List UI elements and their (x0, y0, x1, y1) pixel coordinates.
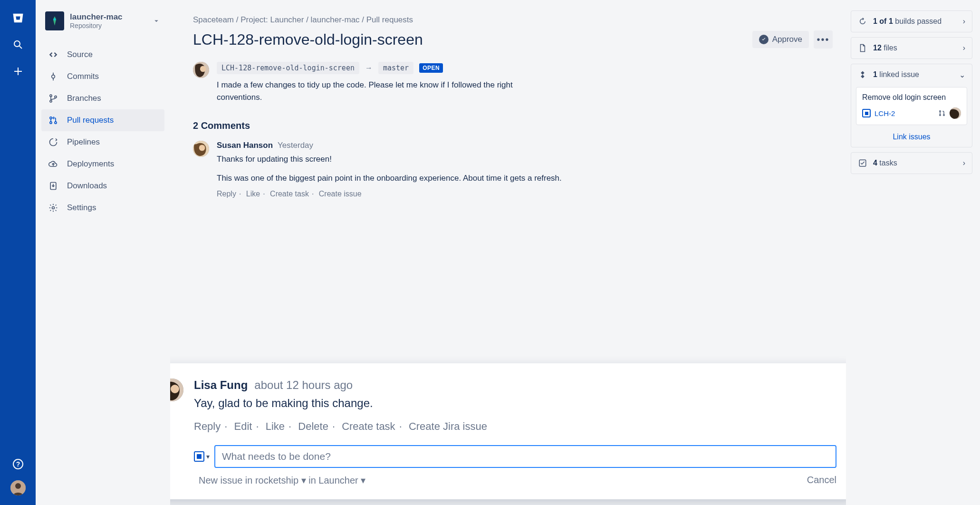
breadcrumb-item[interactable]: launcher-mac (311, 15, 360, 24)
sidebar-item-label: Pipelines (67, 137, 100, 147)
story-icon (194, 451, 204, 462)
create-jira-action[interactable]: Create Jira issue (409, 420, 487, 432)
help-icon[interactable]: ? (11, 457, 25, 471)
sidebar-item-pull-requests[interactable]: Pull requests (41, 109, 164, 131)
popup-actions: Reply· Edit· Like· Delete· Create task· … (194, 420, 836, 433)
popup-author[interactable]: Lisa Fung (194, 379, 248, 392)
more-button[interactable]: ••• (814, 30, 833, 49)
svg-point-27 (943, 115, 945, 116)
chevron-down-icon[interactable] (152, 17, 161, 25)
svg-point-11 (50, 95, 52, 97)
svg-point-0 (14, 41, 20, 47)
source-branch[interactable]: LCH-128-remove-old-login-screen (217, 62, 359, 74)
svg-point-24 (171, 385, 179, 393)
pipeline-icon (48, 137, 58, 147)
sidebar-item-label: Settings (67, 203, 96, 213)
sidebar-item-label: Deployments (67, 159, 114, 169)
linked-issue-card[interactable]: Remove old login screen LCH-2 (856, 87, 967, 125)
files-row[interactable]: 12 files › (851, 38, 972, 58)
svg-point-13 (55, 96, 57, 98)
code-icon (48, 49, 58, 60)
reply-action[interactable]: Reply (217, 190, 236, 198)
like-action[interactable]: Like (246, 190, 260, 198)
check-circle-icon (759, 35, 769, 44)
edit-action[interactable]: Edit (234, 420, 252, 432)
comment-text: Thanks for updating this screen! (217, 153, 568, 165)
container-dropdown[interactable]: Launcher ▾ (318, 475, 365, 486)
pr-description: I made a few changes to tidy up the code… (217, 79, 559, 103)
breadcrumb-item[interactable]: Project: Launcher (240, 15, 304, 24)
global-nav: ? (0, 0, 36, 505)
link-issues-button[interactable]: Link issues (851, 130, 972, 147)
cloud-upload-icon (48, 159, 58, 169)
reply-action[interactable]: Reply (194, 420, 221, 432)
comment-text: This was one of the biggest pain point i… (217, 172, 568, 185)
svg-point-22 (199, 145, 205, 151)
sidebar-item-label: Branches (67, 94, 101, 103)
sidebar-item-pipelines[interactable]: Pipelines (41, 131, 164, 153)
linked-issue-row[interactable]: 1 linked issue ⌄ (851, 64, 972, 85)
sidebar-item-downloads[interactable]: Downloads (41, 175, 164, 197)
project-logo (45, 11, 64, 30)
svg-point-7 (54, 19, 56, 20)
like-action[interactable]: Like (266, 420, 285, 432)
approve-button[interactable]: Approve (752, 31, 809, 48)
svg-point-20 (200, 66, 206, 72)
target-branch[interactable]: master (378, 62, 413, 74)
delete-action[interactable]: Delete (298, 420, 328, 432)
pullrequest-icon (48, 115, 58, 126)
comment-author[interactable]: Susan Hanson (217, 141, 273, 150)
gear-icon (48, 203, 58, 213)
issue-type-picker[interactable]: ▾ (194, 451, 210, 462)
chevron-right-icon: › (963, 159, 965, 167)
bitbucket-icon[interactable] (11, 11, 25, 25)
linked-issue-title: Remove old login screen (862, 93, 961, 102)
sidebar-item-label: Source (67, 50, 93, 59)
svg-point-25 (940, 111, 941, 112)
create-issue-action[interactable]: Create issue (319, 190, 362, 198)
sidebar-item-branches[interactable]: Branches (41, 87, 164, 109)
assignee-avatar (950, 107, 961, 119)
sidebar-item-label: Pull requests (67, 116, 114, 125)
create-footer-links: New issue in rocketship ▾ in Launcher ▾ (199, 475, 365, 486)
branch-icon (48, 93, 58, 104)
breadcrumb: Spaceteam / Project: Launcher / launcher… (193, 15, 833, 25)
sidebar-item-deployments[interactable]: Deployments (41, 153, 164, 175)
project-dropdown[interactable]: rocketship ▾ (255, 475, 306, 486)
create-task-action[interactable]: Create task (270, 190, 309, 198)
page-title: LCH-128-remove-old-login-screen (193, 31, 423, 49)
refresh-icon (858, 17, 867, 26)
breadcrumb-item[interactable]: Pull requests (366, 15, 413, 24)
search-icon[interactable] (11, 38, 25, 51)
cancel-button[interactable]: Cancel (807, 475, 836, 486)
chevron-right-icon: › (963, 17, 965, 26)
svg-line-1 (19, 46, 22, 49)
popup-text: Yay, glad to be making this change. (194, 397, 836, 410)
issue-key[interactable]: LCH-2 (874, 109, 934, 117)
sidebar-item-label: Commits (67, 72, 99, 81)
comment-actions: Reply· Like· Create task· Create issue (217, 190, 833, 198)
builds-row[interactable]: 1 of 1 builds passed › (851, 11, 972, 32)
main-content: Spaceteam / Project: Launcher / launcher… (170, 0, 846, 505)
issue-summary-input[interactable] (214, 445, 836, 468)
sidebar-item-commits[interactable]: Commits (41, 66, 164, 87)
tasks-row[interactable]: 4 tasks › (851, 153, 972, 174)
sidebar-item-settings[interactable]: Settings (41, 197, 164, 219)
story-icon (862, 109, 871, 117)
download-icon (48, 181, 58, 191)
svg-point-8 (52, 75, 55, 78)
svg-point-26 (940, 115, 941, 116)
comment-popup-card: Lisa Fung about 12 hours ago Yay, glad t… (170, 363, 846, 499)
approve-label: Approve (772, 35, 802, 44)
user-avatar[interactable] (10, 480, 26, 495)
comment-time: Yesterday (278, 141, 313, 150)
sidebar-item-source[interactable]: Source (41, 44, 164, 66)
plus-icon[interactable] (11, 65, 25, 78)
breadcrumb-item[interactable]: Spaceteam (193, 15, 234, 24)
svg-point-18 (52, 207, 55, 209)
project-header[interactable]: launcher-mac Repository (41, 11, 164, 40)
svg-point-5 (15, 483, 21, 489)
arrow-right-icon: → (365, 64, 373, 72)
right-panel: 1 of 1 builds passed › 12 files › 1 link… (846, 0, 980, 505)
create-task-action[interactable]: Create task (342, 420, 395, 432)
